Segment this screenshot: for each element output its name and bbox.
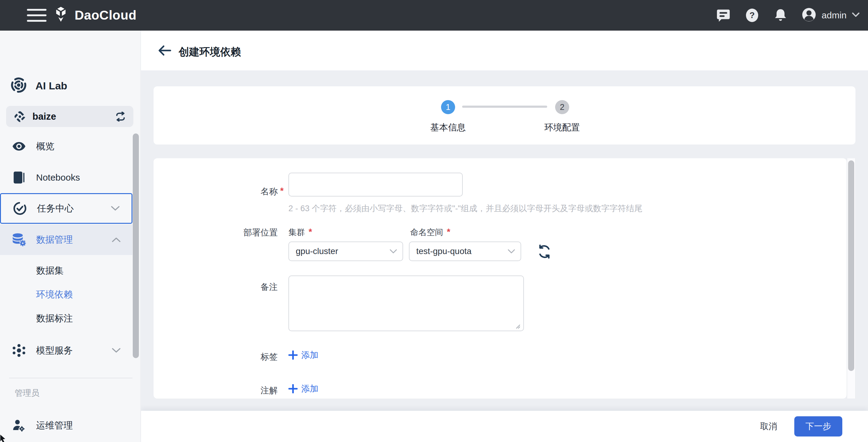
add-annotation-label: 添加 [301,383,318,394]
stepper-card: 1 基本信息 2 环境配置 [154,86,856,145]
sidebar-scrollbar[interactable] [133,134,139,358]
sidebar-item-label: 环境依赖 [36,288,73,301]
back-button[interactable] [157,44,172,57]
sidebar-item-label: 概览 [36,140,55,153]
notebook-icon [9,162,29,193]
sidebar-item-data-annotation[interactable]: 数据标注 [0,306,132,330]
product-header: AI Lab [10,75,67,96]
app-screen: DaoCloud ? [0,0,868,442]
model-nodes-icon [9,335,29,366]
sidebar-item-environment-deps[interactable]: 环境依赖 [0,283,132,306]
namespace-select-value: test-gpu-quota [416,246,472,256]
name-input[interactable] [288,173,463,197]
eye-icon [9,131,29,161]
annotations-label: 注解 [229,385,278,396]
sidebar-item-label: 模型服务 [36,344,73,357]
chevron-down-icon [390,249,397,254]
help-icon[interactable]: ? [745,8,759,22]
chevron-up-icon [112,237,121,242]
sidebar-item-label: 数据标注 [36,312,73,325]
add-tag-label: 添加 [301,349,318,361]
chevron-down-icon [852,12,860,18]
form-card: 名称 * 2 - 63 个字符，必须由小写字母、数字字符或"-"组成，并且必须以… [154,158,846,399]
sidebar-item-model-services[interactable]: 模型服务 [0,335,132,366]
refresh-icon[interactable] [536,244,552,260]
next-step-button[interactable]: 下一步 [794,416,842,437]
plus-icon [288,384,298,393]
step-basic-info: 1 基本信息 [414,86,482,134]
step-number: 1 [441,100,455,114]
svg-text:?: ? [750,10,755,20]
form-scrollbar-thumb[interactable] [848,160,854,371]
page-header [141,31,868,70]
tags-label: 标签 [229,351,278,363]
user-menu[interactable]: admin [802,8,860,23]
avatar-icon [802,8,816,23]
sidebar-item-data-management[interactable]: 数据管理 [0,224,132,255]
notifications-icon[interactable] [774,8,787,22]
task-check-icon [10,194,30,223]
chevron-down-icon [111,206,120,211]
sidebar-item-label: 数据集 [36,264,64,277]
add-tag-button[interactable]: 添加 [288,349,318,361]
daocloud-logo-icon [52,6,70,25]
add-annotation-button[interactable]: 添加 [288,383,318,394]
cluster-select-value: gpu-cluster [296,246,338,256]
message-icon[interactable] [716,8,731,22]
chevron-down-icon [508,249,515,254]
switch-workspace-icon[interactable] [114,112,127,121]
topbar: DaoCloud ? [0,0,868,31]
namespace-required-mark: * [447,227,450,238]
page-title: 创建环境依赖 [179,45,241,59]
brand-name: DaoCloud [74,8,136,23]
step-label: 基本信息 [414,121,482,134]
sidebar-item-overview[interactable]: 概览 [0,131,132,161]
cluster-select[interactable]: gpu-cluster [288,241,403,261]
sidebar: AI Lab baize [0,31,141,442]
step-number: 2 [555,100,569,114]
step-environment-config: 2 环境配置 [528,86,596,134]
product-name: AI Lab [35,80,67,92]
sidebar-item-task-center[interactable]: 任务中心 [0,193,132,224]
plus-icon [288,351,298,360]
ai-lab-icon [10,76,28,95]
form-scrollbar-track[interactable] [847,158,856,399]
sidebar-divider [9,378,132,378]
step-label: 环境配置 [528,121,596,134]
remarks-label: 备注 [229,281,278,293]
deploy-location-label: 部署位置 [210,227,278,238]
chevron-down-icon [112,348,121,353]
sidebar-section-label: 管理员 [15,387,39,399]
namespace-select[interactable]: test-gpu-quota [409,241,521,261]
topbar-actions: ? admin [716,0,860,31]
workspace-name: baize [32,111,56,122]
sidebar-item-label: 任务中心 [37,202,74,215]
name-help-text: 2 - 63 个字符，必须由小写字母、数字字符或"-"组成，并且必须以字母开头及… [288,203,643,214]
remarks-textarea[interactable] [288,275,524,331]
workspace-selector[interactable]: baize [6,106,133,127]
sidebar-item-label: Notebooks [36,172,80,183]
cluster-label: 集群 * [288,227,312,238]
cancel-button[interactable]: 取消 [760,420,777,432]
database-gear-icon [9,224,29,255]
sidebar-item-label: 数据管理 [36,234,73,246]
brand: DaoCloud [52,0,136,31]
sidebar-item-ops-management[interactable]: 运维管理 [0,410,132,441]
cluster-required-mark: * [309,227,312,238]
sidebar-item-datasets[interactable]: 数据集 [0,259,132,283]
sidebar-item-label: 运维管理 [36,419,73,432]
name-label: 名称 [229,186,278,198]
bottom-action-bar: 取消 下一步 [141,411,868,442]
user-name: admin [822,10,846,21]
namespace-label: 命名空间 * [410,227,450,238]
user-gear-icon [9,410,29,441]
name-required-mark: * [280,186,283,196]
workspace-icon [14,111,26,122]
menu-toggle-icon[interactable] [27,9,46,22]
sidebar-item-notebooks[interactable]: Notebooks [0,162,132,193]
